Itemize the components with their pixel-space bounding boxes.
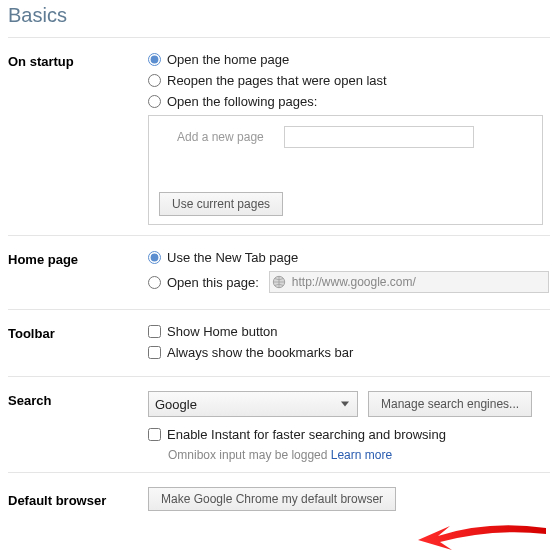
toolbar-show-bookmarks-checkbox[interactable] bbox=[148, 346, 161, 359]
add-page-placeholder-text: Add a new page bbox=[159, 130, 264, 144]
startup-option-reopen[interactable]: Reopen the pages that were open last bbox=[148, 73, 550, 88]
homepage-radio-openthis-label: Open this page: bbox=[167, 275, 259, 290]
toolbar-show-bookmarks-label: Always show the bookmarks bar bbox=[167, 345, 353, 360]
use-current-pages-button[interactable]: Use current pages bbox=[159, 192, 283, 216]
homepage-radio-openthis[interactable] bbox=[148, 276, 161, 289]
startup-label: On startup bbox=[8, 52, 148, 69]
startup-pages-box: Add a new page Use current pages bbox=[148, 115, 543, 225]
enable-instant-label: Enable Instant for faster searching and … bbox=[167, 427, 446, 442]
homepage-option-newtab[interactable]: Use the New Tab page bbox=[148, 250, 550, 265]
add-page-input[interactable] bbox=[284, 126, 474, 148]
homepage-option-openthis[interactable]: Open this page: bbox=[148, 271, 550, 293]
globe-icon bbox=[272, 275, 286, 289]
startup-radio-reopen[interactable] bbox=[148, 74, 161, 87]
homepage-radio-newtab[interactable] bbox=[148, 251, 161, 264]
section-toolbar: Toolbar Show Home button Always show the… bbox=[8, 324, 550, 366]
section-homepage: Home page Use the New Tab page Open this… bbox=[8, 250, 550, 299]
startup-radio-following-label: Open the following pages: bbox=[167, 94, 317, 109]
divider bbox=[8, 376, 550, 377]
toolbar-show-home-label: Show Home button bbox=[167, 324, 278, 339]
startup-radio-following[interactable] bbox=[148, 95, 161, 108]
search-label: Search bbox=[8, 391, 148, 408]
instant-note-text: Omnibox input may be logged bbox=[168, 448, 331, 462]
search-engine-selected: Google bbox=[155, 397, 197, 412]
manage-search-engines-button[interactable]: Manage search engines... bbox=[368, 391, 532, 417]
homepage-url-field-wrap[interactable] bbox=[269, 271, 549, 293]
startup-option-home[interactable]: Open the home page bbox=[148, 52, 550, 67]
learn-more-link[interactable]: Learn more bbox=[331, 448, 392, 462]
divider bbox=[8, 235, 550, 236]
section-startup: On startup Open the home page Reopen the… bbox=[8, 52, 550, 225]
toolbar-label: Toolbar bbox=[8, 324, 148, 341]
divider bbox=[8, 309, 550, 310]
search-engine-select[interactable]: Google bbox=[148, 391, 358, 417]
homepage-label: Home page bbox=[8, 250, 148, 267]
toolbar-show-bookmarks[interactable]: Always show the bookmarks bar bbox=[148, 345, 550, 360]
toolbar-show-home[interactable]: Show Home button bbox=[148, 324, 550, 339]
page-title: Basics bbox=[8, 4, 550, 27]
enable-instant[interactable]: Enable Instant for faster searching and … bbox=[148, 427, 550, 442]
divider bbox=[8, 472, 550, 473]
make-default-browser-button[interactable]: Make Google Chrome my default browser bbox=[148, 487, 396, 511]
homepage-url-input[interactable] bbox=[290, 274, 544, 290]
caret-down-icon bbox=[341, 402, 349, 407]
startup-radio-home-label: Open the home page bbox=[167, 52, 289, 67]
startup-option-following[interactable]: Open the following pages: bbox=[148, 94, 550, 109]
toolbar-show-home-checkbox[interactable] bbox=[148, 325, 161, 338]
enable-instant-checkbox[interactable] bbox=[148, 428, 161, 441]
section-default-browser: Default browser Make Google Chrome my de… bbox=[8, 487, 550, 511]
startup-radio-reopen-label: Reopen the pages that were open last bbox=[167, 73, 387, 88]
divider bbox=[8, 37, 550, 38]
section-search: Search Google Manage search engines... E… bbox=[8, 391, 550, 462]
default-browser-label: Default browser bbox=[8, 491, 148, 508]
startup-radio-home[interactable] bbox=[148, 53, 161, 66]
homepage-radio-newtab-label: Use the New Tab page bbox=[167, 250, 298, 265]
instant-note: Omnibox input may be logged Learn more bbox=[168, 448, 550, 462]
